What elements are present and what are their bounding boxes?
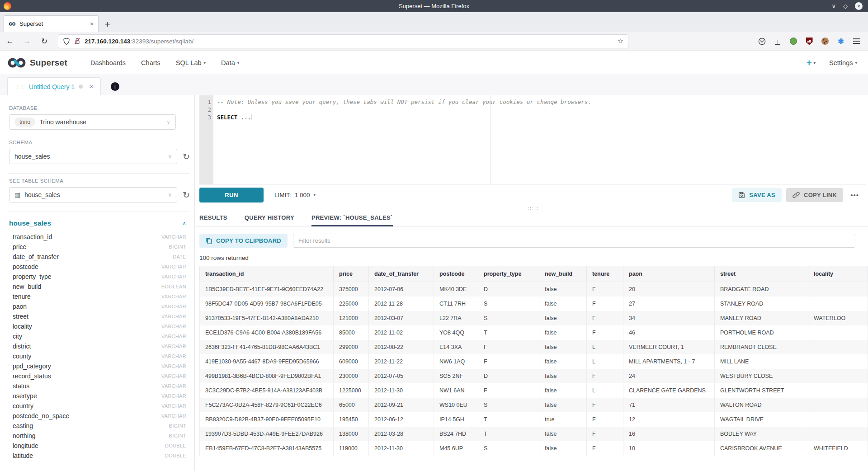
line-number: 3 (199, 113, 211, 121)
shield-icon[interactable] (63, 38, 70, 45)
column-header-postcode[interactable]: postcode (434, 266, 478, 282)
table-cell: WALTON ROAD (715, 398, 808, 412)
new-tab-button[interactable]: + (105, 20, 110, 29)
table-cell: IP14 5GH (434, 412, 478, 427)
column-header-street[interactable]: street (715, 266, 808, 282)
column-header-tenure[interactable]: tenure (587, 266, 623, 282)
window-minimize-button[interactable]: ∨ (831, 3, 836, 9)
settings-menu[interactable]: Settings▾ (829, 59, 857, 66)
table-cell: S (478, 297, 539, 311)
pane-resize-handle[interactable] (195, 205, 868, 211)
run-button[interactable]: RUN (199, 188, 264, 203)
window-maximize-button[interactable]: ◇ (843, 3, 848, 9)
browser-tab[interactable]: Superset × (4, 15, 99, 32)
schema-column: countyVARCHAR (9, 351, 190, 361)
table-cell: 299000 (334, 340, 369, 354)
column-name: city (13, 333, 22, 340)
refresh-tables-icon[interactable]: ↻ (183, 191, 190, 199)
schema-select[interactable]: house_sales ∨ (9, 149, 177, 164)
nav-item-data[interactable]: Data▾ (221, 59, 239, 66)
drag-handle-icon[interactable]: ⋮⋮ (15, 83, 25, 90)
table-cell: false (539, 354, 587, 369)
table-cell: T (478, 325, 539, 340)
column-type: VARCHAR (161, 413, 190, 419)
column-type: VARCHAR (161, 324, 190, 329)
column-type: VARCHAR (161, 304, 190, 309)
schema-column: eastingBIGINT (9, 421, 190, 431)
table-cell: 375000 (334, 282, 369, 297)
reload-button[interactable]: ↻ (39, 37, 50, 46)
nav-item-label: SQL Lab (176, 59, 202, 66)
table-cell: REMBRANDT CLOSE (715, 340, 808, 354)
filter-results-input[interactable] (293, 234, 855, 248)
extension-green-icon[interactable] (789, 37, 797, 45)
table-cell: true (539, 412, 587, 427)
schema-column: longitudeDOUBLE (9, 441, 190, 451)
query-tab-close-icon[interactable]: × (90, 83, 93, 90)
column-type: VARCHAR (161, 393, 190, 399)
more-actions-button[interactable]: ••• (848, 191, 862, 199)
copy-to-clipboard-button[interactable]: COPY TO CLIPBOARD (199, 234, 288, 248)
back-button[interactable]: ← (5, 37, 15, 46)
column-type: VARCHAR (161, 344, 190, 349)
tab-close-icon[interactable]: × (90, 20, 94, 28)
schema-column: localityVARCHAR (9, 321, 190, 331)
limit-dropdown[interactable]: LIMIT: 1 000 ▾ (274, 192, 316, 198)
column-header-property_type[interactable]: property_type (478, 266, 539, 282)
nav-item-charts[interactable]: Charts (141, 59, 160, 66)
results-tab-query-history[interactable]: QUERY HISTORY (245, 214, 294, 226)
table-cell: 1225000 (334, 383, 369, 398)
column-header-locality[interactable]: locality (808, 266, 868, 282)
insecure-lock-icon[interactable] (74, 38, 80, 45)
menu-hamburger-icon[interactable] (853, 37, 861, 45)
save-as-button[interactable]: SAVE AS (732, 188, 782, 202)
column-name: tenure (13, 293, 31, 300)
column-header-new_build[interactable]: new_build (539, 266, 587, 282)
table-cell: false (539, 369, 587, 383)
editor-code[interactable]: -- Note: Unless you save your query, the… (213, 95, 866, 184)
column-header-paon[interactable]: paon (623, 266, 715, 282)
table-cell: WS10 0EU (434, 398, 478, 412)
table-cell (808, 340, 868, 354)
column-name: new_build (13, 283, 41, 290)
database-select[interactable]: trino Trino warehouse ∨ (9, 114, 176, 130)
add-query-tab-button[interactable]: + (111, 82, 119, 91)
table-cell: 12 (623, 412, 715, 427)
table-cell: false (539, 325, 587, 340)
table-select[interactable]: ▦ house_sales ∨ (9, 187, 177, 203)
results-tab-preview[interactable]: PREVIEW: `HOUSE_SALES` (311, 214, 393, 226)
table-schema-title[interactable]: house_sales (9, 219, 51, 227)
collapse-icon[interactable]: ∧ (182, 220, 190, 226)
new-item-button[interactable]: +▾ (807, 58, 816, 68)
query-tab[interactable]: ⋮⋮ Untitled Query 1 × (7, 77, 101, 95)
url-field[interactable]: 217.160.120.143:32393/superset/sqllab/ ☆ (58, 34, 628, 48)
column-header-date_of_transfer[interactable]: date_of_transfer (369, 266, 434, 282)
table-cell: STANLEY ROAD (715, 297, 808, 311)
table-row: ECE1D376-C9A6-4C00-B004-A380B189FA568500… (200, 325, 868, 340)
schema-column: statusVARCHAR (9, 381, 190, 391)
url-path: :32393/superset/sqllab/ (130, 38, 193, 45)
cookie-extension-icon[interactable] (821, 37, 829, 45)
copy-link-button[interactable]: COPY LINK (786, 188, 843, 202)
column-header-transaction_id[interactable]: transaction_id (200, 266, 334, 282)
ublock-shield-icon[interactable]: uB (805, 37, 813, 45)
superset-infinity-icon (7, 57, 26, 68)
superset-logo[interactable]: Superset (7, 57, 67, 68)
column-type: VARCHAR (161, 334, 190, 339)
extension-asterisk-icon[interactable]: ✱ (837, 37, 845, 45)
columns-list: transaction_idVARCHARpriceBIGINTdate_of_… (9, 232, 190, 461)
bookmark-star-icon[interactable]: ☆ (618, 37, 623, 45)
table-cell: 27 (623, 297, 715, 311)
refresh-schemas-icon[interactable]: ↻ (183, 152, 190, 161)
sql-editor[interactable]: 123 -- Note: Unless you save your query,… (199, 95, 866, 185)
results-tab-results[interactable]: RESULTS (199, 214, 227, 226)
pocket-icon[interactable] (758, 37, 766, 45)
table-cell (808, 412, 868, 427)
window-close-button[interactable]: × (855, 2, 863, 10)
table-cell: D (478, 369, 539, 383)
table-cell: 230000 (334, 369, 369, 383)
column-header-price[interactable]: price (334, 266, 369, 282)
nav-item-dashboards[interactable]: Dashboards (90, 59, 126, 66)
downloads-icon[interactable]: ↓ (774, 37, 782, 45)
nav-item-sql-lab[interactable]: SQL Lab▾ (176, 59, 206, 66)
